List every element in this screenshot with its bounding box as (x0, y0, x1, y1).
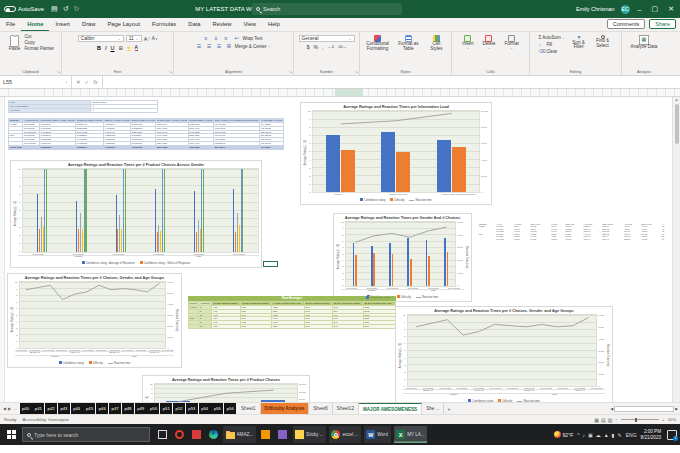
font-name-select[interactable]: Calibri⌄ (78, 35, 124, 42)
menu-tab-insert[interactable]: Insert (49, 19, 76, 31)
zoom-out-button[interactable]: − (615, 417, 618, 422)
tabs-scroll-left-icon[interactable]: ◀ (3, 406, 6, 411)
autosave-toggle[interactable]: AutoSave (4, 6, 44, 12)
volume-icon[interactable]: ♪ (583, 432, 586, 438)
sheet-tab-p46[interactable]: p46 (96, 403, 108, 414)
sheet-tab-p49[interactable]: p49 (135, 403, 147, 414)
grow-font-button[interactable]: A^ (144, 36, 150, 42)
zoom-slider-knob[interactable] (635, 418, 637, 422)
sheet-tab-p43[interactable]: p43 (58, 403, 70, 414)
font-dialog-launcher[interactable]: ↘ (169, 70, 172, 74)
user-name[interactable]: Emily Chrisman (576, 6, 615, 12)
clear-button[interactable]: ⌫Clear (538, 48, 564, 54)
taskbar-app-opera[interactable] (172, 426, 186, 443)
sheet-tab-p56[interactable]: p56 (224, 403, 236, 414)
raw-averages-table[interactable]: Gender# ChoicesAverage Difficulty Rating… (188, 301, 396, 329)
format-as-table-button[interactable]: Format as Table (396, 35, 422, 52)
sheet-tab-p48[interactable]: p48 (122, 403, 134, 414)
onedrive-icon[interactable]: ☁ (596, 432, 601, 438)
cancel-icon[interactable]: ✕ (76, 79, 81, 85)
underline-button[interactable]: U (111, 45, 115, 51)
cell-styles-button[interactable]: Cell Styles (426, 35, 448, 52)
menu-tab-page-layout[interactable]: Page Layout (101, 19, 146, 31)
sheet-tab-major-awesomeness[interactable]: MAJOR AWESOMENESS (359, 403, 422, 414)
minimize-button[interactable]: – (636, 6, 644, 13)
taskbar-app-app-purple[interactable] (276, 426, 290, 443)
taskbar-app-task-view[interactable] (155, 426, 169, 443)
zoom-slider[interactable] (621, 419, 659, 420)
chart-age-groups-left[interactable]: Average Ratings and Reaction Times per #… (7, 273, 182, 368)
italic-button[interactable]: I (105, 45, 107, 51)
paste-button[interactable]: Paste (7, 34, 23, 52)
redo-icon[interactable]: ↻ (74, 5, 80, 13)
align-bottom-icon[interactable]: ≡ (224, 35, 231, 41)
sheet-tab-p40[interactable]: p40 (20, 403, 32, 414)
gender-stats-table[interactable]: GENDER# of pr.Avg ConfStDev ConfAvg Diff… (478, 223, 668, 240)
taskbar-app-excel[interactable]: XMY LA... (394, 426, 428, 443)
chart-info-load[interactable]: Average Ratings and Reaction Times per I… (300, 102, 492, 205)
taskbar-app-word[interactable]: WWord (364, 426, 391, 443)
comments-button[interactable]: Comments (607, 19, 646, 29)
maximize-button[interactable]: ▢ (650, 5, 661, 13)
sheet-tab-p55[interactable]: p55 (211, 403, 223, 414)
format-painter-button[interactable]: Format Painter (24, 46, 54, 51)
analyze-data-button[interactable]: ▦ Analyze Data (629, 35, 660, 50)
sheet-tab-p51[interactable]: p51 (160, 403, 172, 414)
increase-decimal-button[interactable]: .00→ (338, 45, 346, 49)
vertical-scrollbar-thumb[interactable] (675, 104, 679, 144)
sheet-tab-she[interactable]: She ... (422, 403, 444, 414)
insert-cells-button[interactable]: Insert⌄ (460, 35, 475, 51)
tabs-scroll-right-icon[interactable]: ▶ (8, 406, 11, 411)
horizontal-scrollbar-track[interactable] (614, 406, 674, 412)
chevron-up-icon[interactable]: ^ (577, 432, 579, 438)
chart-age-groups-right[interactable]: Average Ratings and Reaction Times per #… (395, 306, 613, 402)
page-break-view-icon[interactable]: ▥ (608, 417, 613, 423)
merge-center-button[interactable]: ⊞Merge & Center⌄ (227, 43, 271, 49)
sheet-tab-p44[interactable]: p44 (71, 403, 83, 414)
sheet-tab-p45[interactable]: p45 (83, 403, 95, 414)
undo-icon[interactable]: ↺ (63, 5, 69, 13)
notification-center-icon[interactable]: 1 (667, 430, 677, 440)
vertical-scrollbar[interactable]: ▲ (672, 97, 680, 402)
page-layout-view-icon[interactable]: ▤ (601, 417, 606, 423)
autosum-button[interactable]: ΣAutoSum⌄ (538, 35, 564, 40)
alignment-dialog-launcher[interactable]: ↘ (289, 70, 292, 74)
accounting-format-button[interactable]: $ (307, 44, 310, 50)
sheet-tab-p53[interactable]: p53 (186, 403, 198, 414)
zoom-level[interactable]: 10% (667, 417, 676, 422)
comma-format-button[interactable]: , (322, 44, 323, 50)
save-icon[interactable]: ▤ (51, 5, 58, 13)
format-cells-button[interactable]: Format⌄ (503, 35, 521, 51)
taskbar-search[interactable]: Type here to search (22, 427, 150, 442)
taskbar-app-chrome[interactable]: excel ... (329, 426, 361, 443)
sheet-tab-p54[interactable]: p54 (199, 403, 211, 414)
wrap-text-button[interactable]: ↩Wrap Text (234, 35, 262, 41)
accessibility-status[interactable]: Accessibility: Investigate (22, 417, 69, 422)
menu-tab-help[interactable]: Help (262, 19, 286, 31)
align-middle-icon[interactable]: ≡ (214, 35, 221, 41)
enter-icon[interactable]: ✓ (85, 79, 90, 85)
menu-tab-data[interactable]: Data (182, 19, 206, 31)
start-button[interactable] (0, 424, 22, 445)
taskbar-app-sticky-notes[interactable]: Sticky ... (293, 426, 326, 443)
menu-tab-view[interactable]: View (237, 19, 261, 31)
cut-button[interactable]: Cut (24, 34, 54, 39)
pivot-filters[interactable]: Ages(Multiple Items)Type of InformationA… (8, 100, 158, 113)
fill-color-button[interactable]: ◆ (127, 45, 130, 51)
conditional-formatting-button[interactable]: Conditional Formatting (364, 35, 392, 52)
normal-view-icon[interactable]: ▦ (594, 417, 599, 423)
sheet-tab-p42[interactable]: p42 (45, 403, 57, 414)
sheet-tab-difficulty-analysis[interactable]: Difficulty Analysis (261, 403, 310, 414)
search-box[interactable]: Search (252, 3, 402, 15)
menu-tab-draw[interactable]: Draw (76, 19, 102, 31)
taskbar-app-app-red-grid[interactable] (189, 426, 203, 443)
delete-cells-button[interactable]: Delete⌄ (480, 35, 497, 51)
font-size-select[interactable]: 11⌄ (126, 35, 142, 42)
copy-button[interactable]: Copy (24, 40, 54, 45)
sheet-tab-p50[interactable]: p50 (147, 403, 159, 414)
add-sheet-button[interactable]: + (444, 403, 453, 414)
network-icon[interactable]: ▲ (604, 432, 609, 438)
fill-button[interactable]: ↓Fill (538, 41, 564, 47)
sheet-tab-p41[interactable]: p41 (32, 403, 44, 414)
close-button[interactable]: ✕ (666, 5, 676, 13)
